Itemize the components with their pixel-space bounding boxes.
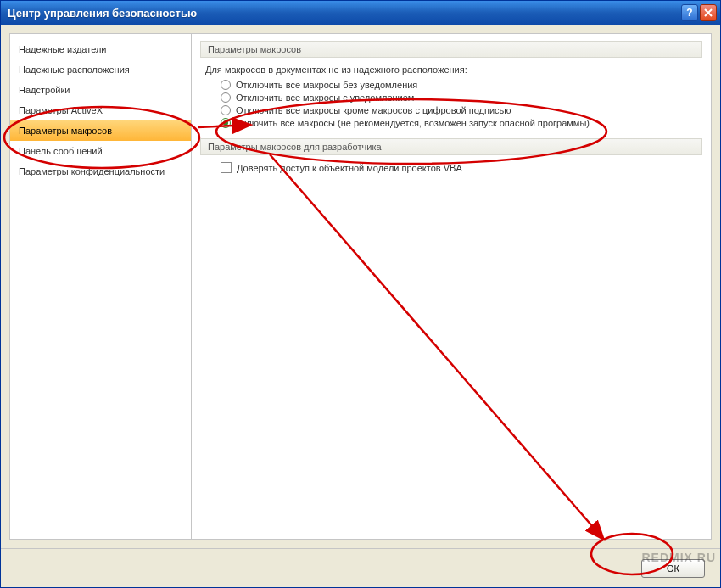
trust-center-window: Центр управления безопасностью ? Надежны… bbox=[0, 0, 721, 588]
radio-icon bbox=[221, 105, 231, 115]
radio-disable-no-notify[interactable]: Отключить все макросы без уведомления bbox=[221, 80, 702, 90]
radio-label: Отключить все макросы без уведомления bbox=[236, 80, 417, 90]
sidebar-item-label: Надежные издатели bbox=[19, 44, 106, 54]
checkbox-trust-vba[interactable]: Доверять доступ к объектной модели проек… bbox=[221, 162, 702, 173]
titlebar: Центр управления безопасностью ? bbox=[1, 1, 720, 25]
sidebar: Надежные издатели Надежные расположения … bbox=[9, 33, 192, 540]
radio-disable-with-notify[interactable]: Отключить все макросы с уведомлением bbox=[221, 92, 702, 103]
radio-icon bbox=[221, 80, 231, 90]
ok-button-label: ОК bbox=[667, 563, 679, 574]
help-button[interactable]: ? bbox=[681, 4, 698, 21]
close-icon bbox=[704, 8, 713, 17]
sidebar-item-addins[interactable]: Надстройки bbox=[10, 80, 191, 100]
radio-icon bbox=[221, 92, 231, 103]
section-header-macros: Параметры макросов bbox=[200, 41, 702, 58]
window-title: Центр управления безопасностью bbox=[8, 7, 679, 20]
sidebar-item-trusted-publishers[interactable]: Надежные издатели bbox=[10, 39, 191, 59]
sidebar-item-macro-settings[interactable]: Параметры макросов bbox=[10, 120, 191, 141]
section-description: Для макросов в документах не из надежног… bbox=[205, 64, 697, 75]
radio-enable-all[interactable]: Включить все макросы (не рекомендуется, … bbox=[221, 118, 702, 128]
checkbox-label: Доверять доступ к объектной модели проек… bbox=[237, 163, 462, 173]
radio-disable-except-signed[interactable]: Отключить все макросы кроме макросов с ц… bbox=[221, 105, 702, 115]
footer: ОК bbox=[1, 548, 720, 587]
client-area: Надежные издатели Надежные расположения … bbox=[1, 25, 720, 548]
radio-label: Включить все макросы (не рекомендуется, … bbox=[236, 118, 590, 128]
sidebar-item-trusted-locations[interactable]: Надежные расположения bbox=[10, 59, 191, 80]
close-button[interactable] bbox=[700, 4, 717, 21]
sidebar-item-label: Параметры макросов bbox=[19, 126, 112, 136]
content-pane: Параметры макросов Для макросов в докуме… bbox=[192, 33, 712, 540]
watermark: REDMIX RU bbox=[641, 551, 716, 564]
sidebar-item-privacy[interactable]: Параметры конфиденциальности bbox=[10, 161, 191, 182]
radio-icon bbox=[221, 118, 231, 128]
checkbox-icon bbox=[221, 162, 232, 173]
sidebar-item-label: Параметры конфиденциальности bbox=[19, 166, 165, 176]
sidebar-item-label: Надстройки bbox=[19, 85, 70, 95]
sidebar-item-label: Панель сообщений bbox=[19, 146, 103, 156]
sidebar-item-message-bar[interactable]: Панель сообщений bbox=[10, 141, 191, 161]
macro-radio-group: Отключить все макросы без уведомления От… bbox=[221, 80, 702, 128]
section-header-developer: Параметры макросов для разработчика bbox=[200, 138, 702, 155]
sidebar-item-activex[interactable]: Параметры ActiveX bbox=[10, 100, 191, 120]
sidebar-item-label: Параметры ActiveX bbox=[19, 105, 103, 115]
radio-label: Отключить все макросы с уведомлением bbox=[236, 92, 414, 103]
radio-label: Отключить все макросы кроме макросов с ц… bbox=[236, 105, 511, 115]
sidebar-item-label: Надежные расположения bbox=[19, 64, 130, 75]
